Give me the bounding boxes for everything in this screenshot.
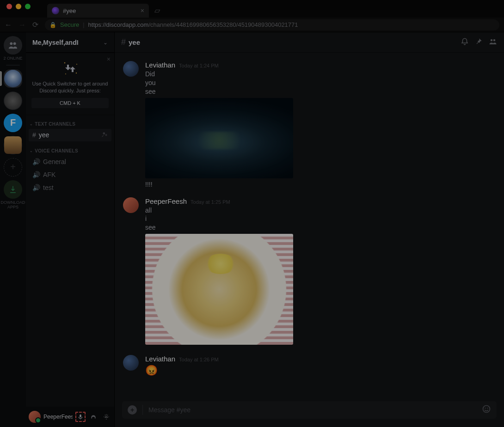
close-icon[interactable]: × bbox=[107, 55, 111, 63]
svg-point-3 bbox=[76, 64, 77, 65]
separator: | bbox=[83, 21, 84, 28]
message: Leviathan Today at 1:24 PM Did you see !… bbox=[123, 61, 498, 189]
speaker-icon: 🔊 bbox=[32, 184, 40, 191]
quick-switch-text: Use Quick Switcher to get around Discord… bbox=[31, 80, 109, 94]
notifications-button[interactable] bbox=[461, 37, 469, 48]
online-count: 2 ONLINE bbox=[3, 56, 22, 61]
nav-reload-button[interactable]: ⟳ bbox=[32, 20, 38, 29]
separator bbox=[142, 405, 143, 415]
pin-icon bbox=[474, 37, 483, 46]
svg-point-13 bbox=[487, 408, 488, 409]
guild-server-2[interactable] bbox=[4, 92, 22, 110]
settings-button[interactable] bbox=[101, 412, 111, 422]
message-author[interactable]: Leviathan bbox=[145, 355, 175, 363]
hash-icon: # bbox=[121, 37, 126, 47]
speaker-icon: 🔊 bbox=[32, 158, 40, 165]
window-close-icon[interactable] bbox=[6, 4, 12, 9]
mute-button[interactable] bbox=[75, 412, 86, 422]
message-list[interactable]: Leviathan Today at 1:24 PM Did you see !… bbox=[115, 53, 504, 395]
svg-point-9 bbox=[491, 39, 493, 41]
invite-icon[interactable] bbox=[101, 131, 108, 139]
message-textbox[interactable]: Message #yee bbox=[148, 406, 476, 414]
message-line: you bbox=[145, 79, 498, 87]
message-attachment-image[interactable] bbox=[145, 234, 293, 345]
message-input-row: + Message #yee bbox=[115, 395, 504, 427]
svg-point-6 bbox=[103, 132, 105, 134]
message-author[interactable]: PeeperFeesh bbox=[145, 197, 187, 205]
channel-yee[interactable]: # yee bbox=[29, 129, 111, 141]
headphones-icon bbox=[90, 414, 97, 420]
message-line: all bbox=[145, 206, 498, 215]
svg-point-8 bbox=[105, 416, 107, 418]
message: PeeperFeesh Today at 1:25 PM all i see bbox=[123, 197, 498, 347]
guild-server-3[interactable]: F bbox=[4, 114, 22, 132]
swap-icon bbox=[61, 59, 80, 78]
message-line: see bbox=[145, 87, 498, 96]
gear-icon bbox=[103, 414, 110, 420]
avatar[interactable] bbox=[123, 61, 139, 77]
svg-rect-7 bbox=[80, 415, 81, 417]
attach-button[interactable]: + bbox=[128, 405, 137, 415]
deafen-button[interactable] bbox=[88, 412, 98, 422]
chevron-down-icon: ⌄ bbox=[30, 149, 33, 153]
guild-server-4[interactable] bbox=[4, 136, 22, 154]
voice-afk[interactable]: 🔊AFK bbox=[29, 169, 111, 181]
discord-app: 2 ONLINE F + DOWNLOAD APPS Me,Myself,and… bbox=[0, 32, 504, 427]
guild-list: 2 ONLINE F + DOWNLOAD APPS bbox=[0, 32, 26, 427]
nav-forward-button[interactable]: → bbox=[18, 21, 26, 29]
channel-sidebar: Me,Myself,andI ⌄ × Use Quick Switcher to… bbox=[26, 32, 115, 427]
guild-server-1[interactable] bbox=[4, 69, 22, 88]
home-button[interactable] bbox=[4, 36, 22, 55]
message-timestamp: Today at 1:25 PM bbox=[191, 199, 230, 205]
window-minimize-icon[interactable] bbox=[16, 4, 21, 9]
user-avatar[interactable] bbox=[29, 411, 41, 423]
message-author[interactable]: Leviathan bbox=[145, 61, 175, 69]
message-input[interactable]: + Message #yee bbox=[122, 401, 497, 419]
avatar[interactable] bbox=[123, 197, 139, 213]
smile-icon bbox=[482, 404, 491, 414]
friends-icon bbox=[8, 40, 18, 50]
svg-point-0 bbox=[10, 42, 12, 45]
message-line: Did bbox=[145, 70, 498, 79]
browser-tab[interactable]: #yee × bbox=[47, 4, 149, 18]
chevron-down-icon: ⌄ bbox=[103, 39, 108, 46]
svg-point-10 bbox=[493, 39, 496, 41]
memberlist-button[interactable] bbox=[488, 37, 498, 48]
svg-point-4 bbox=[65, 73, 66, 74]
server-name: Me,Myself,andI bbox=[32, 39, 79, 46]
message-emoji: 😡 bbox=[145, 364, 498, 378]
chat-header: # yee bbox=[115, 32, 504, 53]
avatar[interactable] bbox=[123, 355, 139, 371]
channel-label: test bbox=[43, 184, 54, 191]
window-zoom-icon[interactable] bbox=[25, 4, 31, 9]
add-server-button[interactable]: + bbox=[4, 158, 22, 177]
address-bar[interactable]: 🔒 Secure | https://discordapp.com/channe… bbox=[45, 19, 499, 30]
secure-label: Secure bbox=[60, 21, 79, 28]
message-timestamp: Today at 1:24 PM bbox=[179, 63, 219, 68]
svg-point-1 bbox=[13, 42, 16, 45]
voice-general[interactable]: 🔊General bbox=[29, 156, 111, 168]
message-attachment-image[interactable] bbox=[145, 98, 293, 178]
browser-tabstrip: #yee × ▱ bbox=[0, 0, 504, 18]
pinned-button[interactable] bbox=[474, 37, 483, 48]
download-apps-button[interactable] bbox=[4, 180, 22, 199]
quick-switcher-hint: × Use Quick Switcher to get around Disco… bbox=[26, 53, 114, 115]
tab-close-icon[interactable]: × bbox=[141, 7, 144, 14]
people-icon bbox=[488, 37, 498, 46]
tab-title: #yee bbox=[63, 7, 76, 14]
text-channels-category[interactable]: ⌄TEXT CHANNELS bbox=[26, 115, 114, 128]
svg-point-5 bbox=[75, 73, 76, 73]
nav-back-button[interactable]: ← bbox=[5, 21, 12, 29]
chat-main: # yee Leviathan Today at 1:24 PM Did you… bbox=[115, 32, 504, 427]
server-header[interactable]: Me,Myself,andI ⌄ bbox=[26, 32, 114, 53]
emoji-picker-button[interactable] bbox=[482, 404, 491, 416]
bell-icon bbox=[461, 37, 469, 46]
tab-favicon-icon bbox=[52, 7, 59, 14]
channel-title: yee bbox=[129, 38, 140, 46]
svg-point-2 bbox=[64, 62, 65, 64]
voice-channels-category[interactable]: ⌄VOICE CHANNELS bbox=[26, 142, 114, 155]
channel-label: AFK bbox=[43, 171, 55, 178]
user-panel: PeeperFeesh bbox=[26, 407, 114, 427]
voice-test[interactable]: 🔊test bbox=[29, 182, 111, 194]
new-tab-button[interactable]: ▱ bbox=[152, 5, 163, 16]
